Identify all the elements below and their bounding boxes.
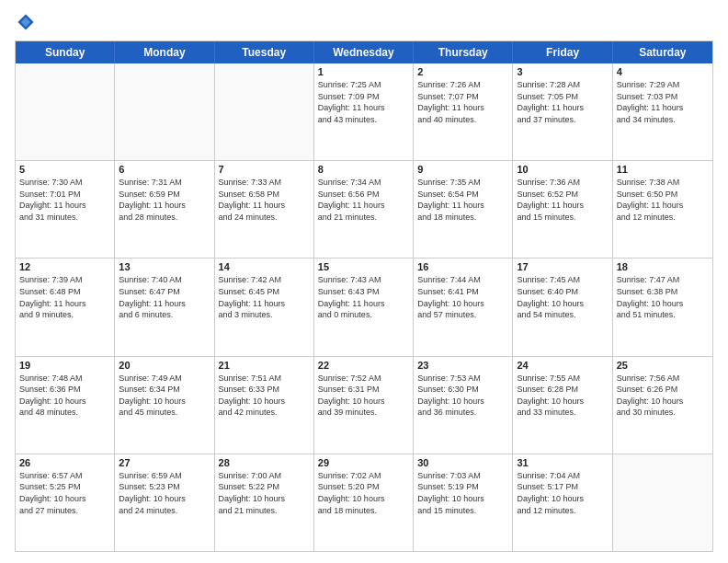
calendar-cell (115, 63, 214, 160)
day-of-week-tuesday: Tuesday (215, 41, 314, 63)
cell-info: Sunrise: 7:26 AMSunset: 7:07 PMDaylight:… (417, 79, 508, 125)
cell-info: Sunrise: 6:57 AMSunset: 5:25 PMDaylight:… (19, 470, 110, 516)
day-number: 3 (517, 66, 608, 77)
calendar-cell (613, 454, 712, 551)
calendar-cell: 28Sunrise: 7:00 AMSunset: 5:22 PMDayligh… (215, 454, 314, 551)
header (15, 11, 713, 33)
cell-info: Sunrise: 7:28 AMSunset: 7:05 PMDaylight:… (517, 79, 608, 125)
calendar-cell: 20Sunrise: 7:49 AMSunset: 6:34 PMDayligh… (115, 357, 214, 454)
page: SundayMondayTuesdayWednesdayThursdayFrid… (0, 0, 728, 563)
cell-info: Sunrise: 7:02 AMSunset: 5:20 PMDaylight:… (318, 470, 409, 516)
day-number: 15 (318, 261, 409, 272)
calendar-cell (215, 63, 314, 160)
calendar-cell: 18Sunrise: 7:47 AMSunset: 6:38 PMDayligh… (613, 259, 712, 355)
calendar-week-3: 12Sunrise: 7:39 AMSunset: 6:48 PMDayligh… (16, 259, 712, 356)
cell-info: Sunrise: 7:04 AMSunset: 5:17 PMDaylight:… (517, 470, 608, 516)
cell-info: Sunrise: 7:44 AMSunset: 6:41 PMDaylight:… (417, 274, 508, 320)
cell-info: Sunrise: 7:30 AMSunset: 7:01 PMDaylight:… (19, 177, 110, 223)
cell-info: Sunrise: 7:33 AMSunset: 6:58 PMDaylight:… (219, 177, 310, 223)
cell-info: Sunrise: 7:51 AMSunset: 6:33 PMDaylight:… (219, 373, 310, 419)
calendar-cell: 10Sunrise: 7:36 AMSunset: 6:52 PMDayligh… (513, 161, 612, 258)
cell-info: Sunrise: 7:52 AMSunset: 6:31 PMDaylight:… (318, 373, 409, 419)
day-of-week-thursday: Thursday (414, 41, 513, 63)
calendar-cell: 24Sunrise: 7:55 AMSunset: 6:28 PMDayligh… (513, 357, 612, 454)
calendar-cell: 23Sunrise: 7:53 AMSunset: 6:30 PMDayligh… (414, 357, 513, 454)
cell-info: Sunrise: 7:38 AMSunset: 6:50 PMDaylight:… (617, 177, 709, 223)
cell-info: Sunrise: 7:35 AMSunset: 6:54 PMDaylight:… (417, 177, 508, 223)
calendar-cell: 13Sunrise: 7:40 AMSunset: 6:47 PMDayligh… (115, 259, 214, 355)
calendar-cell: 21Sunrise: 7:51 AMSunset: 6:33 PMDayligh… (215, 357, 314, 454)
calendar-cell: 6Sunrise: 7:31 AMSunset: 6:59 PMDaylight… (115, 161, 214, 258)
day-number: 4 (617, 66, 709, 77)
day-number: 26 (19, 457, 110, 468)
calendar-cell: 7Sunrise: 7:33 AMSunset: 6:58 PMDaylight… (215, 161, 314, 258)
cell-info: Sunrise: 7:39 AMSunset: 6:48 PMDaylight:… (19, 274, 110, 320)
day-number: 17 (517, 261, 608, 272)
calendar-cell: 25Sunrise: 7:56 AMSunset: 6:26 PMDayligh… (613, 357, 712, 454)
day-number: 18 (617, 261, 709, 272)
cell-info: Sunrise: 7:47 AMSunset: 6:38 PMDaylight:… (617, 274, 709, 320)
day-of-week-monday: Monday (115, 41, 214, 63)
calendar-cell: 12Sunrise: 7:39 AMSunset: 6:48 PMDayligh… (16, 259, 115, 355)
day-number: 29 (318, 457, 409, 468)
cell-info: Sunrise: 6:59 AMSunset: 5:23 PMDaylight:… (119, 470, 210, 516)
calendar-cell: 9Sunrise: 7:35 AMSunset: 6:54 PMDaylight… (414, 161, 513, 258)
calendar-cell (16, 63, 115, 160)
cell-info: Sunrise: 7:25 AMSunset: 7:09 PMDaylight:… (318, 79, 409, 125)
day-number: 19 (19, 360, 110, 371)
day-number: 11 (617, 164, 709, 175)
calendar-header: SundayMondayTuesdayWednesdayThursdayFrid… (16, 41, 712, 63)
day-number: 2 (417, 66, 508, 77)
day-number: 31 (517, 457, 608, 468)
cell-info: Sunrise: 7:36 AMSunset: 6:52 PMDaylight:… (517, 177, 608, 223)
day-number: 25 (617, 360, 709, 371)
calendar: SundayMondayTuesdayWednesdayThursdayFrid… (15, 40, 713, 552)
cell-info: Sunrise: 7:48 AMSunset: 6:36 PMDaylight:… (19, 373, 110, 419)
calendar-cell: 15Sunrise: 7:43 AMSunset: 6:43 PMDayligh… (314, 259, 414, 355)
cell-info: Sunrise: 7:45 AMSunset: 6:40 PMDaylight:… (517, 274, 608, 320)
calendar-week-1: 1Sunrise: 7:25 AMSunset: 7:09 PMDaylight… (16, 63, 712, 161)
day-number: 5 (19, 164, 110, 175)
calendar-week-5: 26Sunrise: 6:57 AMSunset: 5:25 PMDayligh… (16, 454, 712, 551)
calendar-cell: 1Sunrise: 7:25 AMSunset: 7:09 PMDaylight… (314, 63, 414, 160)
calendar-cell: 2Sunrise: 7:26 AMSunset: 7:07 PMDaylight… (414, 63, 513, 160)
calendar-cell: 31Sunrise: 7:04 AMSunset: 5:17 PMDayligh… (513, 454, 612, 551)
calendar-week-4: 19Sunrise: 7:48 AMSunset: 6:36 PMDayligh… (16, 357, 712, 454)
day-number: 14 (219, 261, 310, 272)
day-number: 28 (219, 457, 310, 468)
day-number: 1 (318, 66, 409, 77)
day-number: 10 (517, 164, 608, 175)
day-number: 30 (417, 457, 508, 468)
calendar-cell: 8Sunrise: 7:34 AMSunset: 6:56 PMDaylight… (314, 161, 414, 258)
cell-info: Sunrise: 7:00 AMSunset: 5:22 PMDaylight:… (219, 470, 310, 516)
day-number: 21 (219, 360, 310, 371)
day-number: 7 (219, 164, 310, 175)
logo-icon (15, 11, 37, 33)
calendar-cell: 22Sunrise: 7:52 AMSunset: 6:31 PMDayligh… (314, 357, 414, 454)
cell-info: Sunrise: 7:55 AMSunset: 6:28 PMDaylight:… (517, 373, 608, 419)
cell-info: Sunrise: 7:40 AMSunset: 6:47 PMDaylight:… (119, 274, 210, 320)
day-number: 9 (417, 164, 508, 175)
cell-info: Sunrise: 7:29 AMSunset: 7:03 PMDaylight:… (617, 79, 709, 125)
calendar-cell: 3Sunrise: 7:28 AMSunset: 7:05 PMDaylight… (513, 63, 612, 160)
day-number: 8 (318, 164, 409, 175)
day-number: 6 (119, 164, 210, 175)
calendar-cell: 5Sunrise: 7:30 AMSunset: 7:01 PMDaylight… (16, 161, 115, 258)
cell-info: Sunrise: 7:49 AMSunset: 6:34 PMDaylight:… (119, 373, 210, 419)
day-number: 27 (119, 457, 210, 468)
calendar-week-2: 5Sunrise: 7:30 AMSunset: 7:01 PMDaylight… (16, 161, 712, 259)
calendar-cell: 4Sunrise: 7:29 AMSunset: 7:03 PMDaylight… (613, 63, 712, 160)
calendar-cell: 30Sunrise: 7:03 AMSunset: 5:19 PMDayligh… (414, 454, 513, 551)
day-of-week-wednesday: Wednesday (314, 41, 414, 63)
calendar-cell: 14Sunrise: 7:42 AMSunset: 6:45 PMDayligh… (215, 259, 314, 355)
day-number: 16 (417, 261, 508, 272)
calendar-cell: 26Sunrise: 6:57 AMSunset: 5:25 PMDayligh… (16, 454, 115, 551)
cell-info: Sunrise: 7:31 AMSunset: 6:59 PMDaylight:… (119, 177, 210, 223)
day-number: 22 (318, 360, 409, 371)
day-number: 23 (417, 360, 508, 371)
cell-info: Sunrise: 7:34 AMSunset: 6:56 PMDaylight:… (318, 177, 409, 223)
calendar-cell: 11Sunrise: 7:38 AMSunset: 6:50 PMDayligh… (613, 161, 712, 258)
day-number: 20 (119, 360, 210, 371)
cell-info: Sunrise: 7:03 AMSunset: 5:19 PMDaylight:… (417, 470, 508, 516)
day-number: 12 (19, 261, 110, 272)
